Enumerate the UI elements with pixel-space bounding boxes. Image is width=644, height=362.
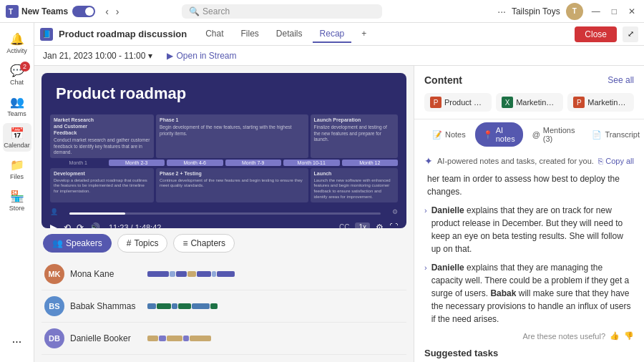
calendar-label: Calendar (4, 142, 30, 149)
ai-sparkle-icon: ✦ (424, 155, 433, 167)
fullscreen-button[interactable]: ⛶ (389, 222, 398, 228)
minimize-btn[interactable]: — (589, 6, 603, 16)
cc-icon[interactable]: CC (339, 223, 349, 228)
month-1: Month 1 (50, 160, 107, 166)
speaker-name-babak: Babak Shammas (70, 301, 142, 311)
topbar: Jan 21, 2023 10:00 - 11:00 ▾ ▶ Open in S… (34, 46, 644, 66)
sidebar-item-activity[interactable]: 🔔 Activity (3, 29, 31, 57)
tab-recap[interactable]: Recap (313, 26, 352, 43)
xlsx-icon: X (502, 97, 513, 108)
forward-button[interactable]: ⟳ (77, 222, 84, 228)
date-selector[interactable]: Jan 21, 2023 10:00 - 11:00 ▾ (43, 51, 152, 61)
stream-label: Open in Stream (176, 51, 236, 61)
date-label: Jan 21, 2023 10:00 - 11:00 (43, 51, 145, 61)
tab-transcript[interactable]: 📄 Transcript (584, 122, 644, 147)
video-title: Product roadmap (42, 73, 406, 109)
content-header: Content See all (414, 66, 644, 89)
header-tabs: Chat Files Details Recap + (198, 26, 374, 43)
notes-icon: 📝 (432, 130, 442, 140)
roadmap-row2-grid: Development Develop a detailed product r… (42, 166, 406, 202)
header-right: Close ⤢ (575, 26, 638, 42)
rewind-button[interactable]: ⟲ (64, 222, 71, 228)
note-item-2: › Danielle explains that they are managi… (424, 261, 634, 326)
tab-notes[interactable]: 📝 Notes (424, 122, 474, 147)
sidebar-item-teams[interactable]: 👥 Teams (3, 92, 31, 120)
sidebar-item-chat[interactable]: 💬 Chat 2 (3, 60, 31, 89)
card-product-roadmap[interactable]: P Product Roadmap... (424, 93, 492, 112)
settings-button[interactable]: ⚙ (376, 222, 384, 228)
more-dots[interactable]: ··· (497, 6, 506, 17)
tab-chat[interactable]: Chat (198, 26, 230, 43)
tab-chapters[interactable]: ≡ Chapters (173, 234, 235, 253)
roadmap-cell-dev: Development Develop a detailed product r… (50, 168, 154, 202)
roadmap-cell-research: Market Researchand CustomerFeedback Cond… (50, 114, 154, 158)
video-progress-bar[interactable] (69, 212, 381, 215)
chat-badge: 2 (20, 62, 30, 72)
tab-mentions[interactable]: @ Mentions (3) (525, 122, 583, 147)
user-avatar[interactable]: T (566, 3, 583, 20)
chat-label: Chat (10, 79, 24, 86)
ai-notes-icon: 📍 (483, 130, 493, 140)
chevron-down-icon: ▾ (148, 51, 152, 61)
open-stream-button[interactable]: ▶ Open in Stream (167, 51, 236, 61)
full-app: T New Teams ‹ › 🔍 Search ··· Tailspin To… (0, 0, 644, 362)
sidebar-item-store[interactable]: 🏪 Store (3, 186, 31, 215)
ai-header: ✦ AI-powered notes and tasks, created fo… (424, 155, 634, 167)
new-teams-toggle[interactable] (72, 6, 95, 17)
volume-button[interactable]: 🔊 (89, 222, 100, 228)
notes-tab-label: Notes (445, 130, 466, 139)
speakers-icon: 👥 (52, 238, 63, 248)
app-right: ··· Tailspin Toys T — □ ✕ (497, 3, 638, 20)
expand-button[interactable]: ⤢ (623, 26, 638, 42)
speed-badge[interactable]: 1x (355, 222, 370, 228)
tab-ai-notes[interactable]: 📍 AI notes (475, 122, 523, 147)
copy-all-label: Copy all (605, 157, 634, 165)
month-10-11: Month 10-11 (283, 160, 340, 166)
chapters-icon: ≡ (182, 238, 187, 248)
search-bar[interactable]: 🔍 Search (182, 4, 382, 19)
channel-header: 📘 Product roadmap discussion Chat Files … (34, 23, 644, 46)
sidebar-more[interactable]: ··· (3, 328, 31, 356)
tab-details[interactable]: Details (269, 26, 310, 43)
ppt-icon-2: P (573, 97, 585, 108)
close-button[interactable]: Close (575, 26, 617, 42)
teams-label: Teams (7, 110, 26, 117)
roadmap-bottom-row: Development Develop a detailed product r… (50, 168, 398, 202)
card-marketing-budget[interactable]: X Marketing budget... (496, 93, 563, 112)
sidebar-item-calendar[interactable]: 📅 Calendar (3, 123, 31, 152)
feedback-question-1: Are these notes useful? (522, 332, 605, 341)
speaker-tabs: 👥 Speakers # Topics ≡ Chapters (42, 234, 406, 253)
sidebar: 🔔 Activity 💬 Chat 2 👥 Teams 📅 Calendar 📁… (0, 23, 34, 362)
avatar-babak: BS (44, 296, 64, 316)
thumbs-down-1[interactable]: 👎 (624, 331, 634, 341)
thumbs-up-1[interactable]: 👍 (610, 331, 620, 341)
tab-topics[interactable]: # Topics (117, 234, 168, 253)
restore-btn[interactable]: □ (609, 6, 620, 16)
play-button[interactable]: ▶ (50, 222, 58, 228)
avatar-mona: MK (44, 264, 64, 284)
forward-arrow[interactable]: › (113, 6, 122, 17)
video-container: Product roadmap Market Researchand Custo… (42, 73, 406, 228)
transcript-label: Transcript (605, 130, 640, 139)
card-marketing-demo[interactable]: P Marketing demo... (567, 93, 634, 112)
tab-files[interactable]: Files (234, 26, 266, 43)
files-label: Files (10, 173, 24, 180)
content-title: Content (424, 74, 462, 86)
see-all-link[interactable]: See all (608, 75, 634, 85)
roadmap-cell-phase1: Phase 1 Begin development of the new fea… (156, 114, 308, 158)
context-text: her team in order to assess how best to … (424, 172, 634, 198)
tab-add[interactable]: + (354, 26, 374, 43)
tab-speakers[interactable]: 👥 Speakers (43, 234, 112, 253)
back-arrow[interactable]: ‹ (102, 6, 112, 17)
speaker-bars-babak (147, 302, 404, 310)
activity-icon: 🔔 (10, 32, 24, 46)
roadmap-cell-launch-prep: Launch Preparation Finalize development … (311, 114, 399, 158)
avatar-danielle: DB (44, 328, 64, 348)
note-bold-babak: Babak (490, 288, 516, 298)
teams-logo: T New Teams (6, 5, 68, 18)
sidebar-item-files[interactable]: 📁 Files (3, 155, 31, 183)
search-icon: 🔍 (189, 6, 200, 16)
topics-icon: # (127, 238, 132, 248)
close-app-btn[interactable]: ✕ (625, 6, 638, 16)
copy-all-button[interactable]: ⎘ Copy all (598, 157, 634, 165)
